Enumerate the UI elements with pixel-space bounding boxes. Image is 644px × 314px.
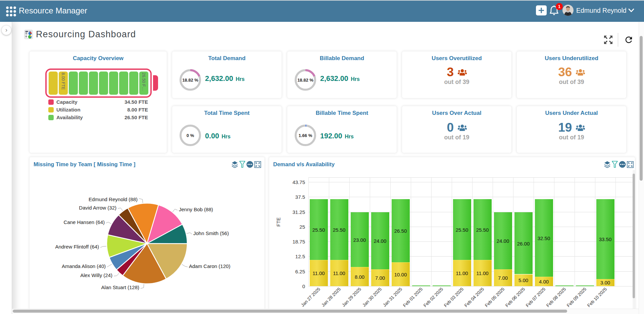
svg-text:Adam Caron (120): Adam Caron (120) bbox=[189, 263, 230, 269]
svg-text:Cane Hansen (64): Cane Hansen (64) bbox=[63, 219, 105, 225]
svg-text:Amanda Alison (40): Amanda Alison (40) bbox=[62, 263, 106, 269]
svg-text:Andrew Flintoff (64): Andrew Flintoff (64) bbox=[55, 244, 99, 250]
svg-text:Alex Willy (24): Alex Willy (24) bbox=[80, 272, 112, 278]
svg-text:Jenny Bob (88): Jenny Bob (88) bbox=[179, 207, 213, 212]
svg-text:John Smith (56): John Smith (56) bbox=[193, 230, 229, 236]
svg-text:Edmund Reynold (88): Edmund Reynold (88) bbox=[89, 196, 138, 202]
svg-text:David Arrow (32): David Arrow (32) bbox=[79, 205, 116, 211]
svg-text:Alan Stuart (128): Alan Stuart (128) bbox=[101, 284, 139, 290]
